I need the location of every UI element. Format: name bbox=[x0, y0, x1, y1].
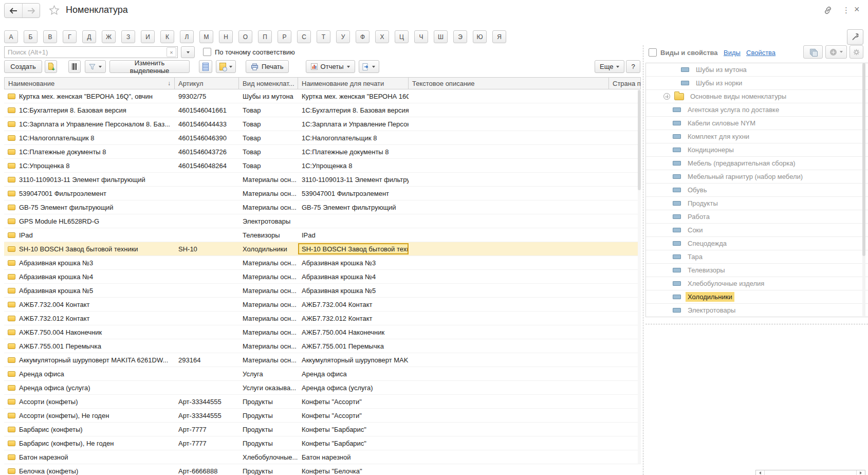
scroll-left-button[interactable] bbox=[756, 470, 765, 475]
tree-item[interactable]: Комплект для кухни bbox=[646, 130, 868, 143]
alphabet-button-Р[interactable]: Р bbox=[278, 30, 291, 43]
tree-item[interactable]: Соки bbox=[646, 224, 868, 237]
column-header[interactable]: Страна прои bbox=[609, 78, 641, 89]
alphabet-button-Э[interactable]: Э bbox=[453, 30, 467, 43]
alphabet-button-С[interactable]: С bbox=[297, 30, 311, 43]
filter-button[interactable] bbox=[85, 60, 106, 73]
table-row[interactable]: АЖБ7.755.001 ПеремычкаМатериалы осн...АЖ… bbox=[4, 339, 641, 353]
alphabet-button-Х[interactable]: Х bbox=[375, 30, 389, 43]
table-row[interactable]: АЖБ7.732.012 КонтактМатериалы осн...АЖБ7… bbox=[4, 312, 641, 325]
tree-item[interactable]: Продукты bbox=[646, 197, 868, 210]
alphabet-button-З[interactable]: З bbox=[121, 30, 135, 43]
tree-item[interactable]: Агентская услуга по доставке bbox=[646, 103, 868, 117]
search-input[interactable] bbox=[5, 48, 167, 56]
alphabet-button-Л[interactable]: Л bbox=[180, 30, 194, 43]
alphabet-button-Ю[interactable]: Ю bbox=[473, 30, 487, 43]
table-row[interactable]: Батон нарезнойХлебобулочные...Батон наре… bbox=[4, 450, 641, 464]
table-row[interactable]: АЖБ7.732.004 КонтактМатериалы осн...АЖБ7… bbox=[4, 298, 641, 312]
table-row[interactable]: 539047001 ФильтроэлементМатериалы осн...… bbox=[4, 187, 641, 200]
exact-match-checkbox[interactable] bbox=[203, 48, 211, 56]
table-row[interactable]: Аккумуляторный шуруповерт MAKITA 6261DW.… bbox=[4, 353, 641, 367]
tree-item[interactable]: Холодильники bbox=[646, 290, 868, 304]
more-menu-icon[interactable]: ⋮ bbox=[842, 6, 850, 15]
validity-button[interactable] bbox=[216, 60, 236, 73]
alphabet-button-А[interactable]: А bbox=[4, 30, 18, 43]
tree-item[interactable]: Мебель (предварительная сборка) bbox=[646, 157, 868, 170]
tree-item[interactable]: Работа bbox=[646, 210, 868, 224]
settings-wrench-button[interactable] bbox=[847, 29, 863, 45]
alphabet-button-Н[interactable]: Н bbox=[219, 30, 233, 43]
tree-item[interactable]: Телевизоры bbox=[646, 264, 868, 277]
table-row[interactable]: Барбарис (конфеты)Арт-7777ПродуктыКонфет… bbox=[4, 423, 641, 436]
alphabet-button-П[interactable]: П bbox=[258, 30, 272, 43]
column-header[interactable]: Вид номенклат... bbox=[239, 78, 298, 89]
column-header[interactable]: Наименование для печати bbox=[298, 78, 409, 89]
table-row[interactable]: Аренда офиса (услуга)Услуги оказыва...Ар… bbox=[4, 381, 641, 395]
scroll-right-button[interactable] bbox=[856, 470, 865, 475]
back-button[interactable] bbox=[5, 4, 22, 17]
expand-icon[interactable] bbox=[663, 93, 670, 100]
barcode-button[interactable] bbox=[68, 60, 81, 73]
scrollbar-thumb[interactable] bbox=[862, 63, 865, 256]
edit-selected-button[interactable]: Изменить выделенные bbox=[109, 60, 190, 73]
tree-item[interactable]: Спецодежда bbox=[646, 237, 868, 250]
alphabet-button-Ч[interactable]: Ч bbox=[414, 30, 428, 43]
forward-button[interactable] bbox=[22, 4, 40, 17]
alphabet-button-Д[interactable]: Д bbox=[82, 30, 96, 43]
alphabet-button-Ц[interactable]: Ц bbox=[395, 30, 409, 43]
table-row[interactable]: Куртка мех. женская "ВЕРОНА 16Q", овчин9… bbox=[4, 89, 641, 103]
table-row[interactable]: Абразивная крошка №3Материалы осн...Абра… bbox=[4, 256, 641, 270]
tree-item[interactable]: Электротовары bbox=[646, 304, 868, 317]
get-link-icon[interactable] bbox=[822, 5, 834, 17]
tree-item[interactable]: Обувь bbox=[646, 184, 868, 197]
table-row[interactable]: IPadТелевизорыIPad bbox=[4, 228, 641, 242]
scrollbar-thumb[interactable] bbox=[638, 90, 641, 190]
column-header[interactable]: Артикул bbox=[175, 78, 239, 89]
tree-item[interactable]: Кабели силовые NYM bbox=[646, 117, 868, 130]
favorite-star-icon[interactable] bbox=[49, 5, 60, 17]
add-type-button[interactable] bbox=[825, 45, 847, 59]
table-row[interactable]: 1С:Бухгалтерия 8. Базовая версия46015460… bbox=[4, 103, 641, 117]
alphabet-button-Ш[interactable]: Ш bbox=[434, 30, 448, 43]
types-properties-checkbox[interactable] bbox=[649, 48, 657, 57]
alphabet-button-Б[interactable]: Б bbox=[24, 30, 38, 43]
alphabet-button-И[interactable]: И bbox=[141, 30, 155, 43]
tree-item[interactable]: Хлебобулочные изделия bbox=[646, 277, 868, 290]
more-actions-button[interactable]: Еще bbox=[595, 60, 624, 73]
table-row[interactable]: 1С:Зарплата и Управление Персоналом 8. Б… bbox=[4, 117, 641, 131]
table-row[interactable]: Абразивная крошка №5Материалы осн...Абра… bbox=[4, 284, 641, 298]
table-row[interactable]: Белочка (конфеты)Арт-6666888ПродуктыКонф… bbox=[4, 464, 641, 475]
alphabet-button-О[interactable]: О bbox=[238, 30, 252, 43]
column-header[interactable]: Наименование↓ bbox=[4, 78, 175, 89]
table-row[interactable]: SH-10 BOSCH Завод бытовой техникиSH-10Хо… bbox=[4, 242, 641, 256]
alphabet-button-Г[interactable]: Г bbox=[63, 30, 77, 43]
properties-splitter[interactable] bbox=[645, 324, 868, 324]
panel-settings-button[interactable] bbox=[849, 45, 863, 59]
table-row[interactable]: GPS Module HL6528RD-GЭлектротовары bbox=[4, 214, 641, 228]
reports-button[interactable]: Отчеты bbox=[306, 60, 355, 73]
panel-splitter[interactable] bbox=[643, 45, 643, 475]
table-row[interactable]: Барбарис (конфеты), Не годенАрт-7777Прод… bbox=[4, 436, 641, 450]
tree-vertical-scrollbar[interactable] bbox=[862, 63, 865, 316]
table-row[interactable]: Аренда офисаУслугаАренда офиса bbox=[4, 367, 641, 381]
horizontal-scrollbar[interactable] bbox=[755, 470, 865, 475]
tree-item[interactable]: Шубы из мутона bbox=[646, 63, 868, 77]
table-row[interactable]: 1С:Платежные документы 84601546043726Тов… bbox=[4, 145, 641, 159]
compare-types-button[interactable] bbox=[803, 45, 823, 59]
tree-item[interactable]: Шубы из норки bbox=[646, 77, 868, 90]
tree-item[interactable]: Мебельный гарнитур (набор мебели) bbox=[646, 170, 868, 184]
table-row[interactable]: 1С:Налогоплательщик 84601546046390Товар1… bbox=[4, 131, 641, 145]
search-clear-icon[interactable]: × bbox=[167, 47, 176, 57]
column-header[interactable]: Текстовое описание bbox=[409, 78, 609, 89]
table-vertical-scrollbar[interactable] bbox=[638, 90, 641, 464]
alphabet-button-Ф[interactable]: Ф bbox=[356, 30, 370, 43]
exact-match-checkbox-row[interactable]: По точному соответствию bbox=[199, 48, 295, 56]
table-row[interactable]: GB-75 Элемент фильтрующийМатериалы осн..… bbox=[4, 200, 641, 214]
types-link[interactable]: Виды bbox=[724, 49, 741, 57]
tree-item[interactable]: Основные виды номенклатуры bbox=[646, 90, 868, 103]
table-row[interactable]: 1С:Упрощенка 84601546048264Товар1С:Упрощ… bbox=[4, 159, 641, 173]
help-button[interactable]: ? bbox=[626, 60, 640, 73]
export-button[interactable] bbox=[359, 60, 379, 73]
table-row[interactable]: Абразивная крошка №4Материалы осн...Абра… bbox=[4, 270, 641, 284]
alphabet-button-В[interactable]: В bbox=[43, 30, 57, 43]
